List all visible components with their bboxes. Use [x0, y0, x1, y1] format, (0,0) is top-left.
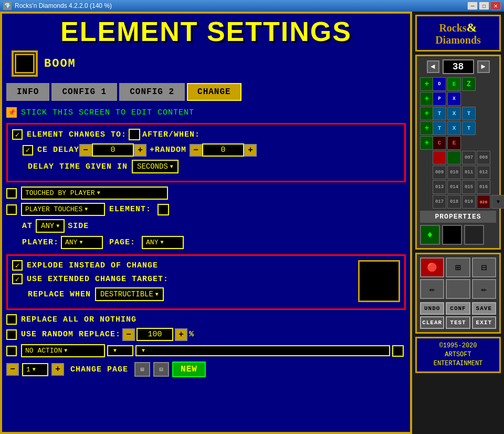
random-replace-plus[interactable]: +	[175, 328, 187, 341]
page-plus[interactable]: +	[51, 363, 64, 376]
grid-015[interactable]: 015	[462, 180, 476, 194]
explode-checkbox[interactable]	[12, 260, 23, 271]
ce-delay-plus[interactable]: +	[134, 144, 146, 157]
page-minus[interactable]: −	[6, 363, 19, 376]
minimize-button[interactable]: ─	[467, 2, 478, 10]
ce-delay-input[interactable]: 0	[92, 143, 134, 157]
any-page-dropdown[interactable]: ANY ▼	[142, 236, 184, 249]
grid-add-btn-4[interactable]: +	[420, 121, 434, 135]
grid-004[interactable]	[447, 151, 461, 164]
no-action-dropdown[interactable]: NO ACTION ▼	[21, 344, 105, 357]
random-replace-minus[interactable]: −	[122, 328, 135, 341]
action-icon-red[interactable]: 🔴	[420, 257, 444, 277]
grid-ce[interactable]: C	[433, 136, 446, 150]
close-button[interactable]: ✕	[490, 2, 501, 10]
grid-x2[interactable]: X	[447, 107, 461, 120]
player-touches-dropdown[interactable]: PLAYER TOUCHES ▼	[21, 203, 105, 216]
test-button[interactable]: TEST	[446, 316, 470, 329]
tab-change[interactable]: CHANGE	[187, 83, 242, 101]
grid-ce2[interactable]: E	[447, 136, 461, 150]
grid-add-btn-3[interactable]: +	[420, 107, 434, 120]
copy-button2[interactable]: ⊟	[153, 362, 169, 377]
nav-prev[interactable]: ◄	[427, 60, 439, 73]
touched-by-player-dropdown[interactable]: TOUCHED BY PLAYER ▼	[21, 187, 168, 200]
replace-when-row: REPLACE WHEN DESTRUCTIBLE ▼	[12, 287, 348, 301]
element-changes-checkbox[interactable]	[12, 129, 23, 140]
grid-018[interactable]: 018	[447, 195, 461, 209]
grid-z[interactable]: Z	[462, 77, 476, 91]
action-extra-dropdown2[interactable]: ▼	[135, 345, 390, 356]
grid-003[interactable]	[433, 151, 446, 164]
random-input[interactable]: 0	[202, 143, 244, 157]
element-changes-target-box[interactable]	[129, 129, 140, 140]
tab-config1[interactable]: CONFIG 1	[51, 83, 117, 101]
player-touches-checkbox[interactable]	[6, 204, 17, 215]
random-replace-label: USE RANDOM REPLACE:	[21, 330, 121, 339]
grid-t2[interactable]: T	[462, 107, 476, 120]
grid-d[interactable]: D	[433, 77, 446, 91]
no-action-checkbox[interactable]	[6, 346, 17, 356]
action-icon-paste[interactable]: ⊟	[472, 257, 496, 277]
replace-all-checkbox[interactable]	[6, 314, 17, 325]
random-replace-input[interactable]: 100	[136, 328, 173, 341]
grid-009[interactable]: 009	[433, 166, 446, 179]
extended-change-checkbox[interactable]	[12, 274, 23, 284]
maximize-button[interactable]: □	[479, 2, 489, 10]
destructible-dropdown[interactable]: DESTRUCTIBLE ▼	[95, 287, 164, 301]
grid-010[interactable]: 010	[447, 166, 461, 179]
grid-017[interactable]: 017	[433, 195, 446, 209]
action-icon-scissors[interactable]: ✏	[420, 279, 444, 299]
grid-add-btn-5[interactable]: +	[420, 136, 434, 150]
tab-config2[interactable]: CONFIG 2	[119, 83, 185, 101]
random-plus[interactable]: +	[244, 144, 257, 157]
prop-box-green[interactable]: ♦	[420, 225, 440, 245]
grid-019[interactable]: 019	[462, 195, 476, 209]
ce-delay-minus[interactable]: −	[79, 144, 92, 157]
exit-button[interactable]: EXIT	[472, 316, 496, 329]
grid-012[interactable]: 012	[477, 166, 490, 179]
any-side-dropdown[interactable]: ANY ▼	[36, 219, 65, 233]
any-player-dropdown[interactable]: ANY ▼	[61, 236, 103, 249]
grid-x1[interactable]: X	[447, 92, 461, 106]
grid-016[interactable]: 016	[477, 180, 490, 194]
ce-delay-checkbox[interactable]	[23, 145, 33, 156]
clear-button[interactable]: CLEAR	[420, 316, 444, 329]
random-minus[interactable]: −	[190, 144, 202, 157]
nav-next[interactable]: ►	[477, 60, 490, 73]
grid-scroll-down[interactable]: ▼	[491, 195, 504, 209]
prop-box-black[interactable]	[442, 225, 462, 245]
new-button[interactable]: NEW	[172, 361, 206, 377]
grid-020[interactable]: 020	[477, 195, 490, 209]
copy-button1[interactable]: ⊞	[134, 362, 150, 377]
grid-t4[interactable]: T	[462, 121, 476, 135]
prop-box-dark[interactable]	[464, 225, 484, 245]
grid-011[interactable]: 011	[462, 166, 476, 179]
undo-button[interactable]: UNDO	[420, 302, 444, 315]
action-icon-pencil[interactable]: ✏	[472, 279, 496, 299]
main-container: ELEMENT SETTINGS BOOM INFO CONFIG 1 CONF…	[0, 12, 504, 434]
element-changes-label: ELEMENT CHANGES TO:	[27, 130, 127, 139]
grid-t3[interactable]: T	[433, 121, 446, 135]
page-number-dropdown[interactable]: 1 ▼	[22, 363, 48, 376]
touched-checkbox[interactable]	[6, 188, 17, 199]
grid-t1[interactable]: T	[433, 107, 446, 120]
properties-label: PROPERTIES	[420, 211, 496, 223]
element-target-box[interactable]	[158, 204, 169, 215]
grid-e[interactable]: E	[447, 77, 461, 91]
grid-013[interactable]: 013	[433, 180, 446, 194]
grid-p[interactable]: P	[433, 92, 446, 106]
save-button[interactable]: SAVE	[472, 302, 496, 315]
grid-add-btn-2[interactable]: +	[420, 92, 434, 106]
grid-014[interactable]: 014	[447, 180, 461, 194]
seconds-dropdown[interactable]: SECONDS ▼	[132, 160, 178, 173]
action-icon-copy[interactable]: ⊞	[446, 257, 470, 277]
grid-008[interactable]: 008	[477, 151, 490, 164]
random-replace-checkbox[interactable]	[6, 329, 17, 340]
grid-007[interactable]: 007	[462, 151, 476, 164]
action-extra-dropdown1[interactable]: ▼	[107, 345, 133, 356]
grid-add-btn-1[interactable]: +	[420, 77, 434, 91]
conf-button[interactable]: CONF	[446, 302, 470, 315]
tab-info[interactable]: INFO	[6, 83, 49, 101]
grid-x3[interactable]: X	[447, 121, 461, 135]
nav-number-input[interactable]: 38	[443, 59, 474, 74]
